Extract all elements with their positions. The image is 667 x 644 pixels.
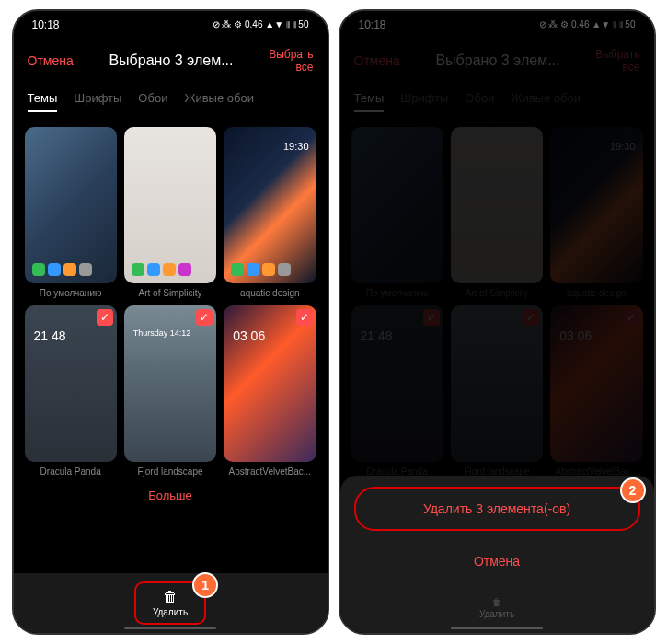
- header: Отмена Выбрано 3 элем... Выбратьвсе: [14, 39, 328, 84]
- phone-screenshot-1: 10:18 ⊘ ⁂ ⚙ 0.46 ▲▼ ⫴ ⫴ 50 Отмена Выбран…: [12, 9, 329, 635]
- more-link[interactable]: Больше: [14, 489, 328, 502]
- trash-icon: 🗑: [492, 597, 501, 607]
- theme-label: Dracula Panda: [25, 466, 117, 477]
- status-icons: ⊘ ⁂ ⚙ 0.46 ▲▼ ⫴ ⫴ 50: [213, 19, 309, 30]
- theme-item[interactable]: ✓ 03 06 AbstractVelvetBac...: [224, 305, 316, 477]
- thumb-clock: 21 48: [34, 328, 66, 343]
- theme-item[interactable]: 19:30 aquatic design: [224, 127, 316, 298]
- sheet-delete-button[interactable]: Удалить 3 элемента(-ов) 2: [354, 487, 640, 531]
- theme-thumbnail: [25, 127, 117, 283]
- theme-item[interactable]: По умолчанию: [25, 127, 117, 298]
- status-bar: 10:18 ⊘ ⁂ ⚙ 0.46 ▲▼ ⫴ ⫴ 50: [14, 11, 328, 39]
- theme-item[interactable]: ✓ 21 48 Dracula Panda: [25, 305, 117, 477]
- tabs: Темы Шрифты Обои Живые обои: [14, 84, 328, 120]
- theme-label: Fjord landscape: [124, 466, 216, 477]
- theme-item[interactable]: ✓ Thursday 14:12 Fjord landscape: [124, 305, 216, 477]
- status-time: 10:18: [32, 18, 60, 31]
- thumb-day: Thursday 14:12: [133, 328, 191, 338]
- theme-grid: По умолчанию Art of Simplicity 19:30 aqu…: [14, 120, 328, 484]
- theme-label: aquatic design: [224, 288, 316, 298]
- check-icon: ✓: [296, 309, 313, 326]
- trash-icon: 🗑: [163, 589, 178, 605]
- check-icon: ✓: [196, 309, 213, 326]
- faded-delete-button: 🗑 Удалить: [340, 597, 654, 619]
- tab-wallpapers[interactable]: Обои: [138, 91, 167, 112]
- phone-screenshot-2: 10:18 ⊘ ⁂ ⚙ 0.46 ▲▼ ⫴ ⫴ 50 Отмена Выбран…: [339, 9, 656, 635]
- theme-item[interactable]: Art of Simplicity: [124, 127, 216, 298]
- thumb-clock: 03 06: [233, 328, 265, 343]
- theme-thumbnail: 19:30: [224, 127, 316, 283]
- sheet-delete-label: Удалить 3 элемента(-ов): [423, 501, 570, 516]
- check-icon: ✓: [97, 309, 113, 326]
- page-title: Выбрано 3 элем...: [109, 52, 233, 69]
- action-sheet: Удалить 3 элемента(-ов) 2 Отмена 🗑 Удали…: [340, 476, 654, 633]
- home-indicator[interactable]: [451, 627, 543, 629]
- theme-thumbnail: ✓ Thursday 14:12: [124, 305, 216, 462]
- tab-fonts[interactable]: Шрифты: [74, 91, 121, 112]
- tab-live-wallpapers[interactable]: Живые обои: [184, 91, 254, 112]
- bottom-bar: 🗑 Удалить 1: [14, 573, 328, 633]
- tab-themes[interactable]: Темы: [28, 91, 58, 112]
- delete-label: Удалить: [153, 607, 188, 617]
- theme-thumbnail: ✓ 21 48: [25, 305, 117, 462]
- theme-thumbnail: [124, 127, 216, 283]
- delete-button[interactable]: 🗑 Удалить 1: [134, 581, 206, 625]
- annotation-badge-1: 1: [192, 572, 218, 598]
- thumb-clock: 19:30: [283, 141, 309, 152]
- theme-thumbnail: ✓ 03 06: [224, 305, 316, 462]
- theme-label: Art of Simplicity: [124, 288, 216, 298]
- cancel-button[interactable]: Отмена: [28, 53, 74, 68]
- select-all-button[interactable]: Выбратьвсе: [269, 48, 313, 75]
- theme-label: AbstractVelvetBac...: [224, 466, 316, 477]
- sheet-cancel-button[interactable]: Отмена: [354, 545, 640, 578]
- home-indicator[interactable]: [124, 627, 216, 629]
- annotation-badge-2: 2: [620, 477, 646, 503]
- theme-label: По умолчанию: [25, 288, 117, 298]
